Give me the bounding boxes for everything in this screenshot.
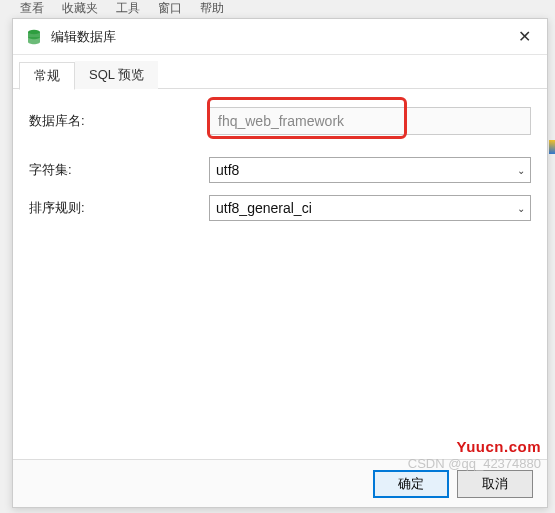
select-collation[interactable] <box>209 195 531 221</box>
label-charset: 字符集: <box>29 161 209 179</box>
dialog-title: 编辑数据库 <box>51 28 509 46</box>
edit-database-dialog: 编辑数据库 ✕ 常规 SQL 预览 数据库名: 字符集: ⌄ 排序规则: ⌄ <box>12 18 548 508</box>
input-db-name[interactable] <box>209 107 531 135</box>
tab-general[interactable]: 常规 <box>19 62 75 90</box>
tab-sql-preview[interactable]: SQL 预览 <box>75 61 158 89</box>
label-db-name: 数据库名: <box>29 112 209 130</box>
watermark-author: CSDN @qq_42374880 <box>408 456 541 471</box>
dialog-content: 数据库名: 字符集: ⌄ 排序规则: ⌄ <box>13 89 547 459</box>
cancel-button[interactable]: 取消 <box>457 470 533 498</box>
database-icon <box>25 28 43 46</box>
row-collation: 排序规则: ⌄ <box>29 195 531 221</box>
dialog-titlebar: 编辑数据库 ✕ <box>13 19 547 55</box>
label-collation: 排序规则: <box>29 199 209 217</box>
tab-strip: 常规 SQL 预览 <box>13 55 547 89</box>
row-charset: 字符集: ⌄ <box>29 157 531 183</box>
row-db-name: 数据库名: <box>29 107 531 135</box>
close-button[interactable]: ✕ <box>509 22 539 52</box>
watermark-site: Yuucn.com <box>456 438 541 455</box>
ok-button[interactable]: 确定 <box>373 470 449 498</box>
select-charset[interactable] <box>209 157 531 183</box>
side-decor <box>549 140 555 154</box>
